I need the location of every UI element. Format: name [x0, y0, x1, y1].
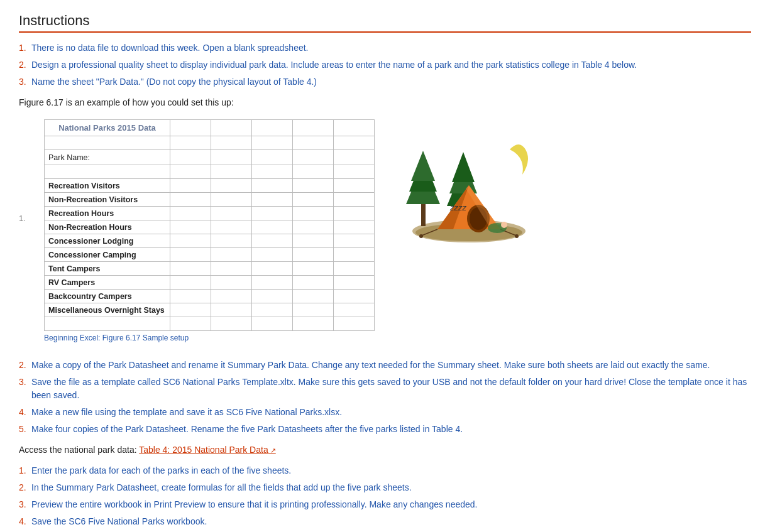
empty-row-1	[45, 136, 375, 150]
bottom-text-2: In the Summary Park Datasheet, create fo…	[31, 481, 751, 494]
empty-last-2	[170, 317, 211, 331]
empty-r2-3	[211, 165, 252, 179]
row-val-9-2	[211, 303, 252, 317]
empty-cell-5	[293, 136, 334, 150]
figure-label: Figure 6.17 is an example of how you cou…	[19, 96, 751, 109]
bottom-item-3: 3. Preview the entire workbook in Print …	[19, 498, 751, 511]
page-title: Instructions	[19, 13, 751, 33]
row-val-5-4	[293, 248, 334, 262]
row-val-7-1	[170, 276, 211, 290]
access-line-prefix: Access the national park data:	[19, 445, 139, 455]
data-row-0: Recreation Visitors	[45, 179, 375, 193]
empty-r2-6	[334, 165, 375, 179]
row-label-5: Concessioner Camping	[45, 248, 170, 262]
row-val-9-3	[252, 303, 293, 317]
section2-text-4: Make a new file using the template and s…	[31, 406, 751, 419]
row-val-8-5	[334, 290, 375, 303]
spreadsheet-table: National Parks 2015 Data Park Name:	[44, 119, 375, 331]
instruction-text-2: Design a professional quality sheet to d…	[31, 58, 751, 72]
data-row-1: Non-Recreation Visitors	[45, 193, 375, 207]
empty-last-1	[45, 317, 170, 331]
row-val-2-3	[252, 207, 293, 220]
section2-item-5: 5. Make four copies of the Park Datashee…	[19, 423, 751, 436]
col-header-1	[170, 120, 211, 136]
empty-last-3	[211, 317, 252, 331]
section2-text-3: Save the file as a template called SC6 N…	[31, 376, 751, 402]
col-header-5	[334, 120, 375, 136]
camping-illustration: zzzz	[387, 126, 551, 253]
row-val-4-1	[170, 234, 211, 248]
section2-text-5: Make four copies of the Park Datasheet. …	[31, 423, 751, 436]
row-val-2-5	[334, 207, 375, 220]
row-val-1-1	[170, 193, 211, 207]
section2-num-3: 3.	[19, 376, 31, 402]
figure-caption: Beginning Excel: Figure 6.17 Sample setu…	[44, 334, 375, 342]
bottom-num-3: 3.	[19, 498, 31, 511]
empty-last-5	[293, 317, 334, 331]
section2-num-2: 2.	[19, 359, 31, 372]
spreadsheet-title-cell: National Parks 2015 Data	[45, 120, 170, 136]
figure-container: 1. National Parks 2015 Data	[19, 119, 751, 352]
row-val-6-5	[334, 262, 375, 276]
row-val-7-5	[334, 276, 375, 290]
bottom-text-1: Enter the park data for each of the park…	[31, 464, 751, 477]
data-row-6: Tent Campers	[45, 262, 375, 276]
data-row-5: Concessioner Camping	[45, 248, 375, 262]
instruction-item-2: 2. Design a professional quality sheet t…	[19, 58, 751, 72]
col-header-2	[211, 120, 252, 136]
empty-cell-4	[252, 136, 293, 150]
row-val-7-2	[211, 276, 252, 290]
empty-row-2	[45, 165, 375, 179]
row-label-4: Concessioner Lodging	[45, 234, 170, 248]
row-val-9-5	[334, 303, 375, 317]
row-val-1-4	[293, 193, 334, 207]
park-name-val-2	[211, 150, 252, 165]
section2-num-5: 5.	[19, 423, 31, 436]
data-row-9: Miscellaneous Overnight Stays	[45, 303, 375, 317]
svg-marker-9	[452, 152, 475, 182]
row-val-1-2	[211, 193, 252, 207]
empty-r2-1	[45, 165, 170, 179]
section2-text-2: Make a copy of the Park Datasheet and re…	[31, 359, 751, 372]
row-val-5-2	[211, 248, 252, 262]
row-val-0-3	[252, 179, 293, 193]
bottom-item-1: 1. Enter the park data for each of the p…	[19, 464, 751, 477]
row-val-0-4	[293, 179, 334, 193]
row-val-6-4	[293, 262, 334, 276]
row-val-8-1	[170, 290, 211, 303]
top-instructions-list: 1. There is no data file to download thi…	[19, 41, 751, 89]
bottom-text-4: Save the SC6 Five National Parks workboo…	[31, 515, 751, 528]
row-val-8-4	[293, 290, 334, 303]
park-name-val-3	[252, 150, 293, 165]
row-val-5-5	[334, 248, 375, 262]
row-val-5-1	[170, 248, 211, 262]
empty-cell-6	[334, 136, 375, 150]
row-val-6-2	[211, 262, 252, 276]
section2-item-2: 2. Make a copy of the Park Datasheet and…	[19, 359, 751, 372]
instruction-num-1: 1.	[19, 41, 31, 55]
camping-svg: zzzz	[387, 126, 551, 251]
data-row-2: Recreation Hours	[45, 207, 375, 220]
park-name-label: Park Name:	[45, 150, 170, 165]
instruction-item-3: 3. Name the sheet "Park Data." (Do not c…	[19, 75, 751, 89]
svg-point-17	[419, 234, 423, 238]
svg-marker-5	[411, 151, 435, 181]
row-val-1-3	[252, 193, 293, 207]
instruction-text-1: There is no data file to download this w…	[31, 41, 751, 55]
spreadsheet-header-row: National Parks 2015 Data	[45, 120, 375, 136]
empty-r2-5	[293, 165, 334, 179]
bottom-num-2: 2.	[19, 481, 31, 494]
row-val-6-3	[252, 262, 293, 276]
instruction-num-2: 2.	[19, 58, 31, 72]
col-header-4	[293, 120, 334, 136]
svg-rect-2	[421, 201, 426, 226]
row-label-3: Non-Recreation Hours	[45, 220, 170, 234]
row-val-8-2	[211, 290, 252, 303]
empty-last-4	[252, 317, 293, 331]
empty-cell-3	[211, 136, 252, 150]
park-name-val-4	[293, 150, 334, 165]
row-label-6: Tent Campers	[45, 262, 170, 276]
access-link[interactable]: Table 4: 2015 National Park Data	[139, 445, 276, 455]
row-val-7-3	[252, 276, 293, 290]
empty-r2-2	[170, 165, 211, 179]
